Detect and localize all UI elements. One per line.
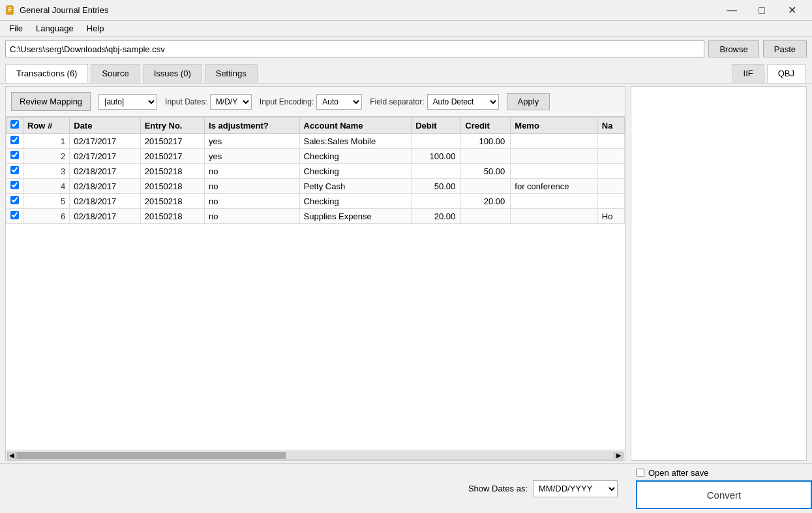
row-checkbox[interactable] xyxy=(10,151,19,159)
content-row: Review Mapping [auto] Input Dates: M/D/Y… xyxy=(0,84,812,463)
row-date: 02/17/2017 xyxy=(70,134,140,149)
horizontal-scrollbar[interactable]: ◀ ▶ xyxy=(6,450,625,460)
field-separator-select[interactable]: Auto Detect Comma Tab Semicolon xyxy=(427,94,499,110)
row-memo xyxy=(511,134,597,149)
row-debit xyxy=(412,194,461,209)
show-dates-label: Show Dates as: xyxy=(468,484,528,493)
tab-settings[interactable]: Settings xyxy=(205,64,258,83)
right-output-panel xyxy=(631,86,807,461)
col-header-checkbox xyxy=(7,117,23,134)
select-all-checkbox[interactable] xyxy=(10,120,19,129)
table-row: 6 02/18/2017 20150218 no Supplies Expens… xyxy=(7,209,625,224)
menu-help[interactable]: Help xyxy=(80,22,111,35)
scroll-thumb[interactable] xyxy=(17,452,286,459)
input-encoding-select[interactable]: Auto UTF-8 Latin-1 xyxy=(316,94,362,110)
col-header-date: Date xyxy=(70,117,140,134)
row-checkbox[interactable] xyxy=(10,181,19,189)
row-na xyxy=(597,194,624,209)
menu-language[interactable]: Language xyxy=(29,22,80,35)
row-na xyxy=(597,149,624,164)
row-date: 02/18/2017 xyxy=(70,194,140,209)
scroll-left-arrow[interactable]: ◀ xyxy=(7,452,16,459)
scroll-track[interactable] xyxy=(16,452,614,459)
close-button[interactable]: ✕ xyxy=(777,0,807,21)
minimize-button[interactable]: — xyxy=(717,0,747,21)
row-checkbox[interactable] xyxy=(10,211,19,219)
row-account-name: Checking xyxy=(299,194,412,209)
table-row: 4 02/18/2017 20150218 no Petty Cash 50.0… xyxy=(7,179,625,194)
format-group: [auto] xyxy=(98,94,157,110)
row-date: 02/18/2017 xyxy=(70,209,140,224)
window-title: General Journal Entries xyxy=(20,5,717,15)
row-memo xyxy=(511,194,597,209)
table-row: 2 02/17/2017 20150217 yes Checking 100.0… xyxy=(7,149,625,164)
row-credit: 20.00 xyxy=(461,194,511,209)
controls-row: Review Mapping [auto] Input Dates: M/D/Y… xyxy=(6,87,625,117)
col-header-is-adjustment: Is adjustment? xyxy=(205,117,299,134)
maximize-button[interactable]: □ xyxy=(747,0,777,21)
row-date: 02/18/2017 xyxy=(70,179,140,194)
main-table-panel: Review Mapping [auto] Input Dates: M/D/Y… xyxy=(5,86,625,461)
row-is-adjustment: no xyxy=(205,179,299,194)
row-number: 5 xyxy=(23,194,70,209)
tab-source[interactable]: Source xyxy=(91,64,140,83)
row-account-name: Supplies Expense xyxy=(299,209,412,224)
show-dates-select[interactable]: MM/DD/YYYY DD/MM/YYYY YYYY/MM/DD xyxy=(533,480,618,497)
row-date: 02/17/2017 xyxy=(70,149,140,164)
col-header-row: Row # xyxy=(23,117,70,134)
row-number: 3 xyxy=(23,164,70,179)
row-checkbox-cell xyxy=(7,194,23,209)
left-tabs: Transactions (6) Source Issues (0) Setti… xyxy=(5,64,259,83)
open-after-save-group: Open after save xyxy=(631,468,709,478)
review-mapping-button[interactable]: Review Mapping xyxy=(11,92,91,111)
open-after-save-checkbox[interactable] xyxy=(636,469,644,477)
row-checkbox[interactable] xyxy=(10,166,19,174)
row-account-name: Sales:Sales Mobile xyxy=(299,134,412,149)
journal-icon xyxy=(5,5,16,16)
tab-issues[interactable]: Issues (0) xyxy=(143,64,202,83)
table-row: 1 02/17/2017 20150217 yes Sales:Sales Mo… xyxy=(7,134,625,149)
row-entry-no: 20150218 xyxy=(140,194,204,209)
convert-button[interactable]: Convert xyxy=(636,480,812,509)
row-na xyxy=(597,134,624,149)
window-controls: — □ ✕ xyxy=(717,0,807,21)
row-na xyxy=(597,164,624,179)
table-wrapper[interactable]: Row # Date Entry No. Is adjustment? Acco… xyxy=(6,117,625,450)
row-entry-no: 20150218 xyxy=(140,179,204,194)
right-actions: Open after save Convert xyxy=(631,468,807,509)
field-separator-label: Field separator: xyxy=(370,97,424,106)
tab-transactions[interactable]: Transactions (6) xyxy=(5,64,88,83)
menu-bar: File Language Help xyxy=(0,21,812,37)
right-tabs: IIF QBJ xyxy=(732,64,807,83)
menu-file[interactable]: File xyxy=(3,22,29,35)
row-memo xyxy=(511,149,597,164)
col-header-debit: Debit xyxy=(412,117,461,134)
row-date: 02/18/2017 xyxy=(70,164,140,179)
col-header-na: Na xyxy=(597,117,624,134)
paste-button[interactable]: Paste xyxy=(763,40,807,57)
tab-qbj[interactable]: QBJ xyxy=(767,64,805,83)
row-is-adjustment: yes xyxy=(205,149,299,164)
field-separator-group: Field separator: Auto Detect Comma Tab S… xyxy=(370,94,498,110)
row-checkbox-cell xyxy=(7,209,23,224)
input-dates-group: Input Dates: M/D/Y D/M/Y Y/M/D xyxy=(165,94,252,110)
row-is-adjustment: no xyxy=(205,209,299,224)
row-checkbox[interactable] xyxy=(10,136,19,144)
row-account-name: Petty Cash xyxy=(299,179,412,194)
input-encoding-group: Input Encoding: Auto UTF-8 Latin-1 xyxy=(260,94,362,110)
scroll-right-arrow[interactable]: ▶ xyxy=(614,452,624,459)
input-dates-select[interactable]: M/D/Y D/M/Y Y/M/D xyxy=(210,94,252,110)
browse-button[interactable]: Browse xyxy=(708,40,759,57)
row-memo: for conference xyxy=(511,179,597,194)
tab-iif[interactable]: IIF xyxy=(732,64,764,83)
row-checkbox-cell xyxy=(7,164,23,179)
row-number: 6 xyxy=(23,209,70,224)
tab-row: Transactions (6) Source Issues (0) Setti… xyxy=(0,61,812,84)
row-checkbox[interactable] xyxy=(10,196,19,204)
row-credit: 100.00 xyxy=(461,134,511,149)
file-path-input[interactable] xyxy=(5,40,704,57)
row-na xyxy=(597,179,624,194)
apply-button[interactable]: Apply xyxy=(507,93,550,110)
table-body: 1 02/17/2017 20150217 yes Sales:Sales Mo… xyxy=(7,134,625,224)
format-select[interactable]: [auto] xyxy=(98,94,157,110)
